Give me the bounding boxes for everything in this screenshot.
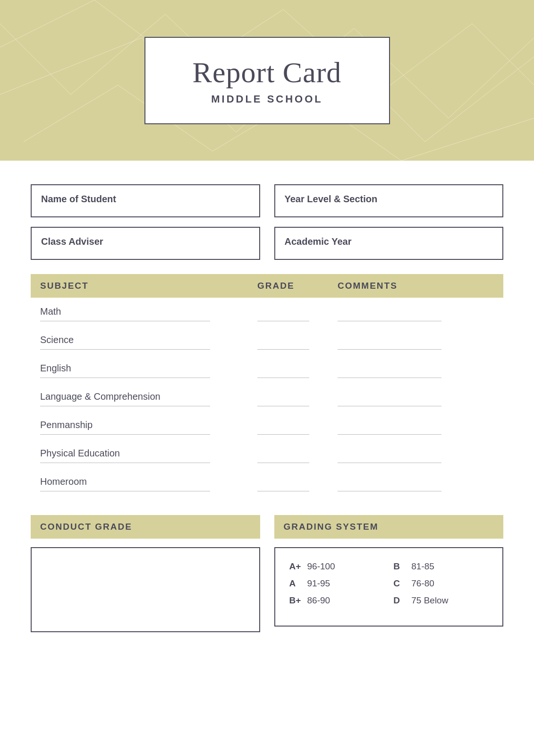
grade-line — [257, 453, 309, 463]
grade-entry-a: A 91-95 — [289, 578, 384, 589]
subject-name: Science — [40, 335, 257, 345]
subject-underline — [40, 378, 210, 378]
grade-line — [257, 311, 309, 321]
grade-range: 81-85 — [411, 561, 434, 572]
comments-line — [338, 424, 441, 435]
comments-line — [338, 339, 441, 350]
bottom-section: CONDUCT GRADE GRADING SYSTEM A+ 96-100 B… — [31, 515, 503, 632]
grade-line — [257, 396, 309, 406]
info-row-2: Class Adviser Academic Year — [31, 227, 503, 260]
grading-row-3: B+ 86-90 D 75 Below — [289, 595, 489, 606]
grade-entry-aplus: A+ 96-100 — [289, 561, 384, 572]
info-row-1: Name of Student Year Level & Section — [31, 184, 503, 217]
grade-entry-bplus: B+ 86-90 — [289, 595, 384, 606]
subject-name: Language & Comprehension — [40, 391, 257, 402]
svg-line-6 — [0, 38, 142, 94]
subject-column-header: SUBJECT — [31, 281, 257, 291]
class-adviser-field[interactable]: Class Adviser — [31, 227, 260, 260]
header-section: Report Card MIDDLE SCHOOL — [0, 0, 534, 161]
table-row: Physical Education — [31, 439, 503, 468]
grade-letter: D — [393, 595, 407, 606]
conduct-grade-box[interactable] — [31, 547, 260, 632]
svg-line-21 — [449, 38, 534, 118]
grade-line — [257, 481, 309, 491]
grading-row-1: A+ 96-100 B 81-85 — [289, 561, 489, 572]
table-row: Math — [31, 298, 503, 326]
report-card-title: Report Card — [169, 56, 365, 89]
comments-column-header: COMMENTS — [338, 281, 503, 291]
table-row: Science — [31, 326, 503, 354]
subject-underline — [40, 463, 210, 463]
grading-row-2: A 91-95 C 76-80 — [289, 578, 489, 589]
comments-line — [338, 453, 441, 463]
subject-underline — [40, 406, 210, 406]
grade-letter: B+ — [289, 595, 304, 606]
grade-line — [257, 424, 309, 435]
grade-range: 96-100 — [307, 561, 335, 572]
grade-letter: A — [289, 578, 304, 589]
school-level: MIDDLE SCHOOL — [169, 93, 365, 105]
subject-underline — [40, 434, 210, 435]
svg-line-11 — [24, 85, 118, 142]
svg-line-10 — [425, 57, 534, 142]
comments-line — [338, 311, 441, 321]
grade-letter: C — [393, 578, 407, 589]
subject-name: Math — [40, 306, 257, 317]
subject-name: Homeroom — [40, 476, 257, 487]
svg-line-0 — [0, 0, 94, 47]
svg-line-15 — [401, 118, 534, 161]
grading-system-box: A+ 96-100 B 81-85 A 91-95 C 76-8 — [274, 547, 504, 627]
table-row: Homeroom — [31, 468, 503, 496]
subject-name: Physical Education — [40, 448, 257, 459]
student-name-field[interactable]: Name of Student — [31, 184, 260, 217]
comments-line — [338, 368, 441, 378]
svg-line-16 — [0, 24, 71, 94]
svg-line-4 — [378, 24, 472, 94]
grade-range: 75 Below — [411, 595, 448, 606]
content-area: Name of Student Year Level & Section Cla… — [0, 161, 534, 656]
subject-name: English — [40, 363, 257, 374]
grade-entry-d: D 75 Below — [393, 595, 488, 606]
title-box: Report Card MIDDLE SCHOOL — [144, 37, 390, 124]
comments-line — [338, 481, 441, 491]
grade-line — [257, 368, 309, 378]
year-level-field[interactable]: Year Level & Section — [274, 184, 504, 217]
comments-line — [338, 396, 441, 406]
table-row: Penmanship — [31, 411, 503, 439]
grade-letter: A+ — [289, 561, 304, 572]
subject-underline — [40, 321, 210, 321]
conduct-grade-header: CONDUCT GRADE — [31, 515, 260, 539]
grade-range: 86-90 — [307, 595, 331, 606]
grade-letter: B — [393, 561, 407, 572]
grading-system-header: GRADING SYSTEM — [274, 515, 504, 539]
grade-line — [257, 339, 309, 350]
academic-year-field[interactable]: Academic Year — [274, 227, 504, 260]
grading-system-section: GRADING SYSTEM A+ 96-100 B 81-85 A 91-9 — [274, 515, 504, 632]
conduct-grade-section: CONDUCT GRADE — [31, 515, 260, 632]
subject-underline — [40, 349, 210, 350]
table-header: SUBJECT GRADE COMMENTS — [31, 274, 503, 298]
subject-underline — [40, 491, 210, 491]
grade-range: 76-80 — [411, 578, 434, 589]
svg-line-5 — [472, 24, 534, 85]
subject-name: Penmanship — [40, 420, 257, 430]
table-row: English — [31, 354, 503, 383]
grade-column-header: GRADE — [257, 281, 338, 291]
table-row: Language & Comprehension — [31, 383, 503, 411]
subjects-list: Math Science English — [31, 298, 503, 496]
grade-range: 91-95 — [307, 578, 331, 589]
grade-entry-b: B 81-85 — [393, 561, 488, 572]
grade-entry-c: C 76-80 — [393, 578, 488, 589]
